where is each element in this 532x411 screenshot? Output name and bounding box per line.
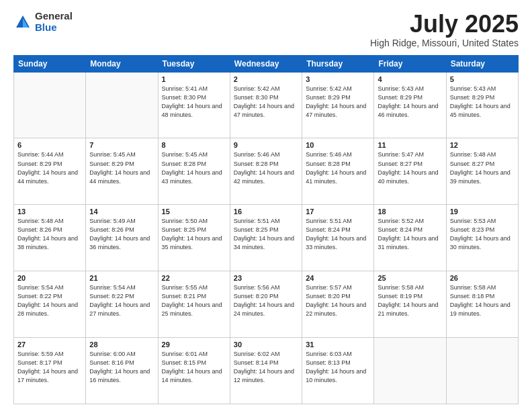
calendar-cell: 25Sunrise: 5:58 AMSunset: 8:19 PMDayligh…: [374, 271, 446, 338]
calendar-week-1: 1Sunrise: 5:41 AMSunset: 8:30 PMDaylight…: [14, 72, 519, 138]
calendar-cell: 22Sunrise: 5:55 AMSunset: 8:21 PMDayligh…: [158, 271, 230, 338]
calendar-cell: 31Sunrise: 6:03 AMSunset: 8:13 PMDayligh…: [302, 338, 374, 404]
day-number: 24: [306, 274, 370, 282]
day-number: 20: [17, 274, 82, 282]
day-number: 4: [378, 75, 442, 83]
logo-general-label: General: [35, 11, 73, 22]
day-number: 30: [234, 340, 298, 349]
day-number: 7: [89, 141, 154, 149]
day-detail: Sunrise: 5:56 AMSunset: 8:20 PMDaylight:…: [234, 283, 298, 318]
calendar-cell: 23Sunrise: 5:56 AMSunset: 8:20 PMDayligh…: [230, 271, 302, 338]
calendar-cell: 18Sunrise: 5:52 AMSunset: 8:24 PMDayligh…: [374, 205, 446, 271]
header-sunday: Sunday: [14, 55, 86, 72]
day-number: 2: [234, 75, 298, 83]
day-number: 9: [234, 141, 298, 149]
calendar-cell: 7Sunrise: 5:45 AMSunset: 8:29 PMDaylight…: [86, 138, 158, 205]
day-number: 23: [234, 274, 298, 282]
day-number: 10: [306, 141, 370, 149]
day-detail: Sunrise: 5:44 AMSunset: 8:29 PMDaylight:…: [17, 150, 82, 185]
day-detail: Sunrise: 5:48 AMSunset: 8:26 PMDaylight:…: [17, 217, 82, 252]
day-number: 21: [89, 274, 154, 282]
calendar-cell: 26Sunrise: 5:58 AMSunset: 8:18 PMDayligh…: [446, 271, 518, 338]
header-wednesday: Wednesday: [230, 55, 302, 72]
day-number: 14: [89, 208, 154, 216]
day-number: 15: [162, 208, 226, 216]
calendar-cell: [446, 338, 518, 404]
header-tuesday: Tuesday: [158, 55, 230, 72]
calendar-cell: 24Sunrise: 5:57 AMSunset: 8:20 PMDayligh…: [302, 271, 374, 338]
header-monday: Monday: [86, 55, 158, 72]
calendar-cell: 4Sunrise: 5:43 AMSunset: 8:29 PMDaylight…: [374, 72, 446, 138]
day-number: 22: [162, 274, 226, 282]
day-detail: Sunrise: 5:55 AMSunset: 8:21 PMDaylight:…: [162, 283, 226, 318]
day-number: 11: [378, 141, 442, 149]
day-detail: Sunrise: 5:46 AMSunset: 8:28 PMDaylight:…: [234, 150, 298, 185]
day-detail: Sunrise: 5:49 AMSunset: 8:26 PMDaylight:…: [89, 217, 154, 252]
calendar-cell: 13Sunrise: 5:48 AMSunset: 8:26 PMDayligh…: [14, 205, 86, 271]
day-detail: Sunrise: 5:43 AMSunset: 8:29 PMDaylight:…: [378, 85, 442, 120]
month-title: July 2025: [370, 11, 519, 38]
calendar-cell: 29Sunrise: 6:01 AMSunset: 8:15 PMDayligh…: [158, 338, 230, 404]
logo-icon: [13, 13, 32, 32]
day-detail: Sunrise: 5:59 AMSunset: 8:17 PMDaylight:…: [17, 350, 82, 385]
calendar-cell: 19Sunrise: 5:53 AMSunset: 8:23 PMDayligh…: [446, 205, 518, 271]
day-number: 1: [162, 75, 226, 83]
day-detail: Sunrise: 6:02 AMSunset: 8:14 PMDaylight:…: [234, 350, 298, 385]
day-number: 19: [450, 208, 515, 216]
day-number: 26: [450, 274, 515, 282]
day-number: 17: [306, 208, 370, 216]
day-detail: Sunrise: 6:03 AMSunset: 8:13 PMDaylight:…: [306, 350, 370, 385]
day-detail: Sunrise: 5:54 AMSunset: 8:22 PMDaylight:…: [17, 283, 82, 318]
calendar-cell: [374, 338, 446, 404]
calendar-header: Sunday Monday Tuesday Wednesday Thursday…: [14, 55, 519, 72]
calendar-cell: 11Sunrise: 5:47 AMSunset: 8:27 PMDayligh…: [374, 138, 446, 205]
day-detail: Sunrise: 5:54 AMSunset: 8:22 PMDaylight:…: [89, 283, 154, 318]
page: General Blue July 2025 High Ridge, Misso…: [0, 0, 532, 411]
calendar-cell: 9Sunrise: 5:46 AMSunset: 8:28 PMDaylight…: [230, 138, 302, 205]
calendar-cell: 12Sunrise: 5:48 AMSunset: 8:27 PMDayligh…: [446, 138, 518, 205]
calendar-cell: 20Sunrise: 5:54 AMSunset: 8:22 PMDayligh…: [14, 271, 86, 338]
day-number: 12: [450, 141, 515, 149]
header-row: Sunday Monday Tuesday Wednesday Thursday…: [14, 55, 519, 72]
calendar-cell: [14, 72, 86, 138]
header: General Blue July 2025 High Ridge, Misso…: [13, 11, 519, 48]
calendar-cell: 14Sunrise: 5:49 AMSunset: 8:26 PMDayligh…: [86, 205, 158, 271]
title-block: July 2025 High Ridge, Missouri, United S…: [370, 11, 519, 48]
day-number: 29: [162, 340, 226, 349]
day-detail: Sunrise: 5:51 AMSunset: 8:24 PMDaylight:…: [306, 217, 370, 252]
calendar-week-3: 13Sunrise: 5:48 AMSunset: 8:26 PMDayligh…: [14, 205, 519, 271]
calendar-cell: 10Sunrise: 5:46 AMSunset: 8:28 PMDayligh…: [302, 138, 374, 205]
calendar-week-2: 6Sunrise: 5:44 AMSunset: 8:29 PMDaylight…: [14, 138, 519, 205]
day-detail: Sunrise: 6:00 AMSunset: 8:16 PMDaylight:…: [89, 350, 154, 385]
day-number: 28: [89, 340, 154, 349]
logo: General Blue: [13, 11, 73, 33]
day-detail: Sunrise: 5:42 AMSunset: 8:29 PMDaylight:…: [306, 85, 370, 120]
calendar-cell: 8Sunrise: 5:45 AMSunset: 8:28 PMDaylight…: [158, 138, 230, 205]
logo-text: General Blue: [35, 11, 73, 33]
day-detail: Sunrise: 5:50 AMSunset: 8:25 PMDaylight:…: [162, 217, 226, 252]
calendar-cell: 15Sunrise: 5:50 AMSunset: 8:25 PMDayligh…: [158, 205, 230, 271]
calendar-cell: 17Sunrise: 5:51 AMSunset: 8:24 PMDayligh…: [302, 205, 374, 271]
day-detail: Sunrise: 5:47 AMSunset: 8:27 PMDaylight:…: [378, 150, 442, 185]
day-number: 25: [378, 274, 442, 282]
day-detail: Sunrise: 6:01 AMSunset: 8:15 PMDaylight:…: [162, 350, 226, 385]
calendar-week-5: 27Sunrise: 5:59 AMSunset: 8:17 PMDayligh…: [14, 338, 519, 404]
calendar-cell: 28Sunrise: 6:00 AMSunset: 8:16 PMDayligh…: [86, 338, 158, 404]
day-number: 18: [378, 208, 442, 216]
day-number: 31: [306, 340, 370, 349]
day-detail: Sunrise: 5:53 AMSunset: 8:23 PMDaylight:…: [450, 217, 515, 252]
calendar-cell: 21Sunrise: 5:54 AMSunset: 8:22 PMDayligh…: [86, 271, 158, 338]
logo-blue-label: Blue: [35, 22, 73, 34]
day-detail: Sunrise: 5:58 AMSunset: 8:18 PMDaylight:…: [450, 283, 515, 318]
day-detail: Sunrise: 5:42 AMSunset: 8:30 PMDaylight:…: [234, 85, 298, 120]
day-detail: Sunrise: 5:45 AMSunset: 8:28 PMDaylight:…: [162, 150, 226, 185]
day-number: 5: [450, 75, 515, 83]
calendar-cell: 27Sunrise: 5:59 AMSunset: 8:17 PMDayligh…: [14, 338, 86, 404]
day-detail: Sunrise: 5:43 AMSunset: 8:29 PMDaylight:…: [450, 85, 515, 120]
day-detail: Sunrise: 5:48 AMSunset: 8:27 PMDaylight:…: [450, 150, 515, 185]
day-detail: Sunrise: 5:57 AMSunset: 8:20 PMDaylight:…: [306, 283, 370, 318]
day-number: 6: [17, 141, 82, 149]
day-detail: Sunrise: 5:41 AMSunset: 8:30 PMDaylight:…: [162, 85, 226, 120]
location-title: High Ridge, Missouri, United States: [370, 38, 519, 48]
day-detail: Sunrise: 5:46 AMSunset: 8:28 PMDaylight:…: [306, 150, 370, 185]
